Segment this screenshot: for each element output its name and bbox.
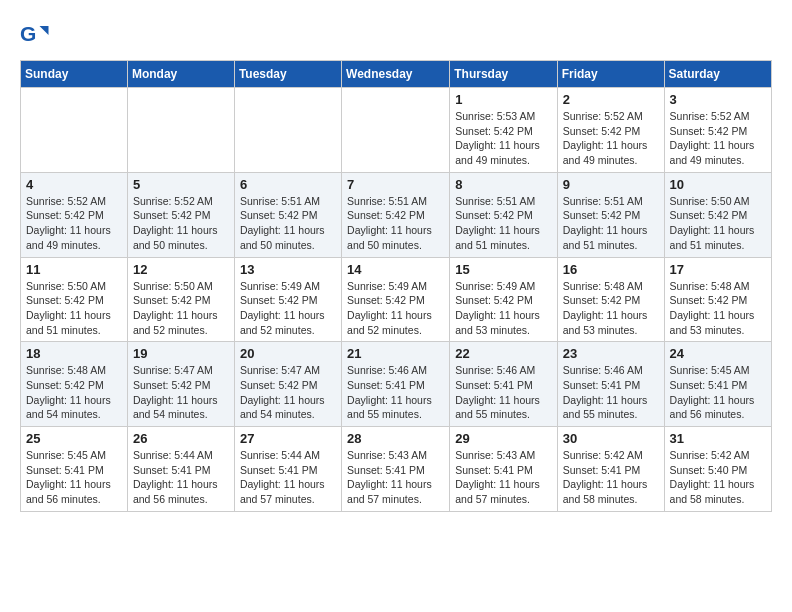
calendar-cell: 7Sunrise: 5:51 AM Sunset: 5:42 PM Daylig… [342,172,450,257]
calendar-cell: 13Sunrise: 5:49 AM Sunset: 5:42 PM Dayli… [234,257,341,342]
calendar-cell: 21Sunrise: 5:46 AM Sunset: 5:41 PM Dayli… [342,342,450,427]
day-number: 10 [670,177,766,192]
day-number: 18 [26,346,122,361]
day-number: 16 [563,262,659,277]
day-info: Sunrise: 5:44 AM Sunset: 5:41 PM Dayligh… [133,448,229,507]
day-number: 14 [347,262,444,277]
day-info: Sunrise: 5:47 AM Sunset: 5:42 PM Dayligh… [133,363,229,422]
day-info: Sunrise: 5:47 AM Sunset: 5:42 PM Dayligh… [240,363,336,422]
day-number: 12 [133,262,229,277]
calendar-cell: 23Sunrise: 5:46 AM Sunset: 5:41 PM Dayli… [557,342,664,427]
day-number: 17 [670,262,766,277]
day-info: Sunrise: 5:44 AM Sunset: 5:41 PM Dayligh… [240,448,336,507]
day-info: Sunrise: 5:52 AM Sunset: 5:42 PM Dayligh… [133,194,229,253]
day-number: 28 [347,431,444,446]
day-info: Sunrise: 5:51 AM Sunset: 5:42 PM Dayligh… [563,194,659,253]
day-info: Sunrise: 5:43 AM Sunset: 5:41 PM Dayligh… [455,448,551,507]
day-number: 22 [455,346,551,361]
day-info: Sunrise: 5:46 AM Sunset: 5:41 PM Dayligh… [455,363,551,422]
svg-text:G: G [20,22,36,45]
day-number: 27 [240,431,336,446]
calendar-cell: 2Sunrise: 5:52 AM Sunset: 5:42 PM Daylig… [557,88,664,173]
calendar-cell: 19Sunrise: 5:47 AM Sunset: 5:42 PM Dayli… [127,342,234,427]
calendar-cell: 25Sunrise: 5:45 AM Sunset: 5:41 PM Dayli… [21,427,128,512]
calendar-cell: 11Sunrise: 5:50 AM Sunset: 5:42 PM Dayli… [21,257,128,342]
day-info: Sunrise: 5:49 AM Sunset: 5:42 PM Dayligh… [455,279,551,338]
day-number: 7 [347,177,444,192]
calendar-cell: 29Sunrise: 5:43 AM Sunset: 5:41 PM Dayli… [450,427,557,512]
calendar-header-row: SundayMondayTuesdayWednesdayThursdayFrid… [21,61,772,88]
day-info: Sunrise: 5:50 AM Sunset: 5:42 PM Dayligh… [26,279,122,338]
day-number: 2 [563,92,659,107]
day-info: Sunrise: 5:49 AM Sunset: 5:42 PM Dayligh… [347,279,444,338]
calendar-cell: 22Sunrise: 5:46 AM Sunset: 5:41 PM Dayli… [450,342,557,427]
day-number: 26 [133,431,229,446]
day-number: 20 [240,346,336,361]
day-of-week-header: Wednesday [342,61,450,88]
day-of-week-header: Tuesday [234,61,341,88]
calendar-cell: 28Sunrise: 5:43 AM Sunset: 5:41 PM Dayli… [342,427,450,512]
day-info: Sunrise: 5:45 AM Sunset: 5:41 PM Dayligh… [26,448,122,507]
calendar-cell: 4Sunrise: 5:52 AM Sunset: 5:42 PM Daylig… [21,172,128,257]
calendar-cell: 6Sunrise: 5:51 AM Sunset: 5:42 PM Daylig… [234,172,341,257]
calendar-cell: 30Sunrise: 5:42 AM Sunset: 5:41 PM Dayli… [557,427,664,512]
day-info: Sunrise: 5:51 AM Sunset: 5:42 PM Dayligh… [240,194,336,253]
day-number: 9 [563,177,659,192]
calendar-cell: 17Sunrise: 5:48 AM Sunset: 5:42 PM Dayli… [664,257,771,342]
day-number: 15 [455,262,551,277]
day-info: Sunrise: 5:45 AM Sunset: 5:41 PM Dayligh… [670,363,766,422]
calendar-cell: 10Sunrise: 5:50 AM Sunset: 5:42 PM Dayli… [664,172,771,257]
day-info: Sunrise: 5:48 AM Sunset: 5:42 PM Dayligh… [26,363,122,422]
day-number: 8 [455,177,551,192]
day-info: Sunrise: 5:53 AM Sunset: 5:42 PM Dayligh… [455,109,551,168]
day-info: Sunrise: 5:52 AM Sunset: 5:42 PM Dayligh… [670,109,766,168]
day-number: 23 [563,346,659,361]
calendar-cell: 9Sunrise: 5:51 AM Sunset: 5:42 PM Daylig… [557,172,664,257]
calendar-cell: 12Sunrise: 5:50 AM Sunset: 5:42 PM Dayli… [127,257,234,342]
calendar-cell: 16Sunrise: 5:48 AM Sunset: 5:42 PM Dayli… [557,257,664,342]
calendar-cell: 8Sunrise: 5:51 AM Sunset: 5:42 PM Daylig… [450,172,557,257]
logo: G [20,20,52,50]
day-number: 1 [455,92,551,107]
day-of-week-header: Saturday [664,61,771,88]
calendar-cell [234,88,341,173]
day-number: 25 [26,431,122,446]
day-info: Sunrise: 5:49 AM Sunset: 5:42 PM Dayligh… [240,279,336,338]
day-info: Sunrise: 5:43 AM Sunset: 5:41 PM Dayligh… [347,448,444,507]
calendar-cell: 3Sunrise: 5:52 AM Sunset: 5:42 PM Daylig… [664,88,771,173]
page-header: G [20,20,772,50]
day-info: Sunrise: 5:50 AM Sunset: 5:42 PM Dayligh… [133,279,229,338]
day-number: 3 [670,92,766,107]
calendar-cell [21,88,128,173]
day-number: 19 [133,346,229,361]
day-of-week-header: Thursday [450,61,557,88]
day-of-week-header: Sunday [21,61,128,88]
day-number: 4 [26,177,122,192]
day-of-week-header: Friday [557,61,664,88]
logo-icon: G [20,20,50,50]
day-number: 31 [670,431,766,446]
day-info: Sunrise: 5:46 AM Sunset: 5:41 PM Dayligh… [347,363,444,422]
calendar-week-row: 4Sunrise: 5:52 AM Sunset: 5:42 PM Daylig… [21,172,772,257]
calendar-week-row: 1Sunrise: 5:53 AM Sunset: 5:42 PM Daylig… [21,88,772,173]
day-info: Sunrise: 5:46 AM Sunset: 5:41 PM Dayligh… [563,363,659,422]
calendar-week-row: 18Sunrise: 5:48 AM Sunset: 5:42 PM Dayli… [21,342,772,427]
calendar-cell: 18Sunrise: 5:48 AM Sunset: 5:42 PM Dayli… [21,342,128,427]
calendar-table: SundayMondayTuesdayWednesdayThursdayFrid… [20,60,772,512]
day-info: Sunrise: 5:50 AM Sunset: 5:42 PM Dayligh… [670,194,766,253]
calendar-week-row: 25Sunrise: 5:45 AM Sunset: 5:41 PM Dayli… [21,427,772,512]
calendar-cell [127,88,234,173]
day-number: 5 [133,177,229,192]
day-number: 29 [455,431,551,446]
day-info: Sunrise: 5:52 AM Sunset: 5:42 PM Dayligh… [26,194,122,253]
calendar-week-row: 11Sunrise: 5:50 AM Sunset: 5:42 PM Dayli… [21,257,772,342]
day-info: Sunrise: 5:42 AM Sunset: 5:41 PM Dayligh… [563,448,659,507]
day-info: Sunrise: 5:48 AM Sunset: 5:42 PM Dayligh… [563,279,659,338]
svg-marker-1 [40,26,49,35]
calendar-cell: 20Sunrise: 5:47 AM Sunset: 5:42 PM Dayli… [234,342,341,427]
calendar-cell: 26Sunrise: 5:44 AM Sunset: 5:41 PM Dayli… [127,427,234,512]
calendar-cell: 31Sunrise: 5:42 AM Sunset: 5:40 PM Dayli… [664,427,771,512]
calendar-cell: 1Sunrise: 5:53 AM Sunset: 5:42 PM Daylig… [450,88,557,173]
day-info: Sunrise: 5:51 AM Sunset: 5:42 PM Dayligh… [455,194,551,253]
calendar-cell: 24Sunrise: 5:45 AM Sunset: 5:41 PM Dayli… [664,342,771,427]
